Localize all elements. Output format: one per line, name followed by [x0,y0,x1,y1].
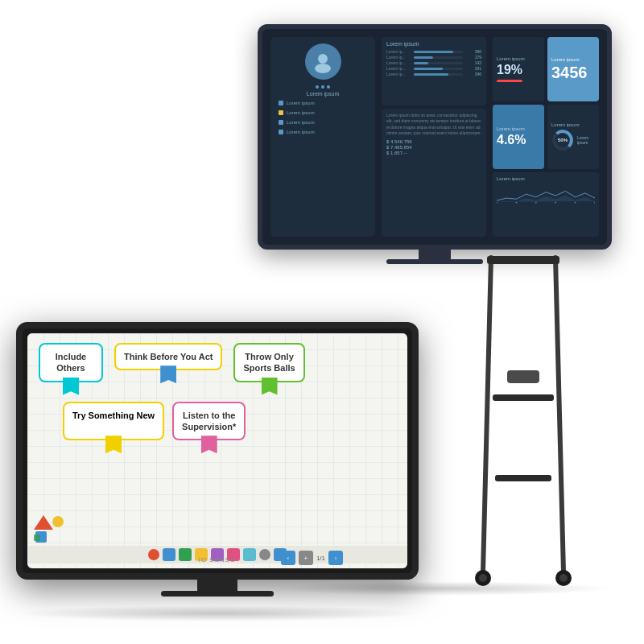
ribbon-yellow [105,436,122,453]
pagination: ‹ + 1/1 › [281,551,343,565]
money-section: $ 4.546.756 $ 7.465.854 $ 1.657.-- [386,139,481,155]
list-row: Lorem ip... 142 [386,60,481,65]
card-text: Listen to theSupervision* [182,411,236,431]
card-text: Think Before You Act [124,352,213,361]
svg-point-7 [535,202,537,204]
card-think-before: Think Before You Act [114,343,222,370]
avatar-dots [316,85,330,89]
svg-rect-24 [34,535,40,541]
ribbon-blue [160,365,176,383]
back-monitor-neck [419,250,451,259]
ribbon-green [262,378,278,395]
svg-rect-14 [493,394,554,401]
stand-svg [475,250,572,588]
card-text: Try Something New [72,411,155,420]
nav-item-2: Lorem ipsum [275,109,370,117]
svg-point-19 [559,574,568,582]
front-screen: IncludeOthers Think Before You Act Throw… [27,333,407,568]
card-include-others: IncludeOthers [39,343,103,382]
svg-point-10 [594,202,595,204]
back-stats-panel: Lorem ipsum Lorem ip... 396 Lorem ip... … [382,37,486,237]
back-dashboard: Lorem ipsum 19% Lorem ipsum 3456 Lorem i… [493,37,599,237]
dash-card-wave: Lorem ipsum [493,172,599,237]
next-page-button[interactable]: › [328,551,343,565]
list-row: Lorem ip... 396 [386,49,481,54]
toolbar-item[interactable] [163,548,175,561]
list-row: Lorem ip... 291 [386,66,481,71]
deco-svg [34,514,66,546]
svg-point-6 [515,202,517,204]
front-monitor-foot [161,591,274,597]
card-throw-sports: Throw OnlySports Balls [233,343,304,382]
list-row: Lorem ip... 346 [386,72,481,76]
scene: Lorem ipsum Lorem ipsum Lorem ipsum Lore… [8,8,636,636]
nav-item-3: Lorem ipsum [275,118,370,126]
prev-page-button[interactable]: ‹ [281,551,295,565]
front-monitor-neck [197,580,237,591]
easel-stand [475,250,572,588]
front-content: IncludeOthers Think Before You Act Throw… [27,333,407,568]
progress-bar [497,80,522,82]
donut-wrap: 50% Lorem ipsum [551,129,595,151]
ribbon-cyan [63,378,79,395]
nav-item-4: Lorem ipsum [275,128,370,136]
svg-point-17 [479,574,487,582]
dash-card-large: Lorem ipsum 3456 [547,37,599,101]
nav-item-1: Lorem ipsum [275,99,370,107]
card-text: Throw OnlySports Balls [243,352,295,373]
avatar [305,43,341,80]
card-try-something: Try Something New [63,402,164,441]
cards-row-1: IncludeOthers Think Before You Act Throw… [39,343,396,382]
page-indicator: 1/1 [316,555,325,562]
dash-card-percent: Lorem ipsum 19% [493,37,544,101]
toolbar-item[interactable] [243,548,256,561]
front-monitor: IncludeOthers Think Before You Act Throw… [16,322,419,620]
svg-point-9 [575,202,576,204]
toolbar-item[interactable] [148,549,159,560]
card-text: IncludeOthers [56,352,87,373]
svg-rect-15 [495,475,551,481]
back-profile-panel: Lorem ipsum Lorem ipsum Lorem ipsum Lore… [270,37,375,237]
ribbon-pink [201,436,217,453]
decorations [34,514,66,546]
front-monitor-stand [16,580,419,597]
svg-line-12 [555,258,564,572]
wave-chart [497,184,595,208]
donut-chart: 50% [551,129,574,151]
svg-point-0 [318,54,328,64]
back-monitor-foot [386,259,483,264]
dash-card-small-pct: Lorem ipsum 4.6% [493,105,544,169]
profile-name: Lorem ipsum [307,91,339,97]
card-listen: Listen to theSupervision* [172,402,246,441]
svg-text:50%: 50% [558,137,568,142]
front-logo: IO SENSO [199,556,237,564]
back-list-card: Lorem ipsum Lorem ip... 396 Lorem ip... … [382,37,486,105]
cards-row-2: Try Something New Listen to theSupervisi… [39,402,396,441]
list-row: Lorem ip... 179 [386,55,481,60]
svg-marker-22 [34,515,53,530]
svg-point-1 [315,64,331,73]
svg-rect-13 [487,256,559,264]
back-text-card: Lorem ipsum dolor sit amet, consectetur … [382,109,486,237]
svg-rect-20 [507,370,539,383]
svg-point-8 [555,202,556,204]
back-monitor-frame: Lorem ipsum Lorem ipsum Lorem ipsum Lore… [258,24,612,250]
dash-card-donut: Lorem ipsum 50% Lorem ipsum [547,105,599,169]
front-monitor-frame: IncludeOthers Think Before You Act Throw… [16,322,419,580]
svg-line-11 [483,258,491,572]
shadow-front [16,605,419,621]
toolbar-hand-icon[interactable] [259,549,270,560]
svg-point-23 [52,516,64,527]
page-button[interactable]: + [299,551,313,565]
back-monitor: Lorem ipsum Lorem ipsum Lorem ipsum Lore… [258,24,612,282]
toolbar-item[interactable] [179,548,192,561]
